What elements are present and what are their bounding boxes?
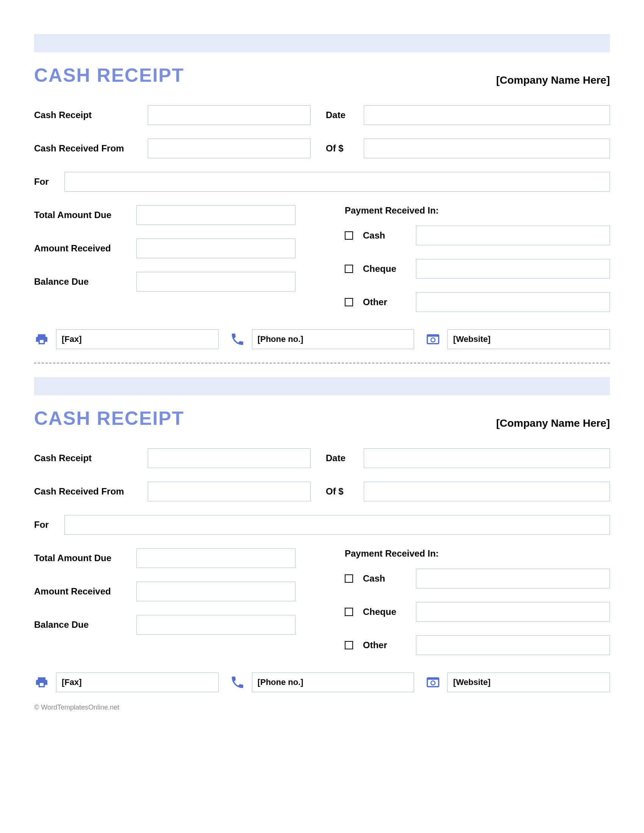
receipt-divider (34, 363, 610, 363)
fax-icon (34, 675, 49, 690)
label-cash-receipt: Cash Receipt (34, 453, 148, 463)
label-date: Date (326, 110, 364, 121)
label-for: For (34, 519, 57, 530)
input-cash[interactable] (416, 569, 610, 589)
header-bar (34, 377, 610, 395)
label-received-from: Cash Received From (34, 143, 148, 154)
checkbox-other[interactable] (345, 298, 353, 306)
input-balance-due[interactable] (136, 615, 295, 635)
company-name: [Company Name Here] (496, 417, 610, 429)
label-cash-receipt: Cash Receipt (34, 110, 148, 121)
website-icon (425, 332, 441, 347)
label-other: Other (363, 297, 416, 307)
label-date: Date (326, 453, 364, 463)
receipt-title: CASH RECEIPT (34, 407, 184, 429)
label-of-amount: Of $ (326, 486, 364, 497)
input-cash[interactable] (416, 226, 610, 245)
input-cheque[interactable] (416, 602, 610, 622)
input-total-due[interactable] (136, 205, 295, 225)
input-amount-received[interactable] (136, 238, 295, 258)
checkbox-cash[interactable] (345, 574, 353, 583)
input-of-amount[interactable] (364, 482, 610, 501)
input-other[interactable] (416, 635, 610, 655)
checkbox-cheque[interactable] (345, 608, 353, 616)
fax-icon (34, 332, 49, 347)
checkbox-cash[interactable] (345, 232, 353, 240)
label-of-amount: Of $ (326, 143, 364, 154)
label-cash: Cash (363, 230, 416, 241)
footer-credit: © WordTemplatesOnline.net (34, 703, 610, 711)
label-amount-received: Amount Received (34, 243, 136, 254)
checkbox-other[interactable] (345, 641, 353, 650)
phone-icon (230, 675, 245, 690)
label-other: Other (363, 640, 416, 651)
input-received-from[interactable] (148, 138, 311, 158)
input-for[interactable] (64, 515, 610, 535)
input-amount-received[interactable] (136, 582, 295, 601)
input-phone[interactable]: [Phone no.] (252, 330, 414, 349)
label-total-due: Total Amount Due (34, 553, 136, 563)
phone-icon (230, 332, 245, 347)
input-website[interactable]: [Website] (448, 672, 610, 692)
input-balance-due[interactable] (136, 272, 295, 291)
input-website[interactable]: [Website] (448, 330, 610, 349)
input-received-from[interactable] (148, 482, 311, 501)
input-cash-receipt[interactable] (148, 105, 311, 125)
label-cheque: Cheque (363, 264, 416, 274)
label-payment-received-in: Payment Received In: (345, 205, 610, 216)
label-total-due: Total Amount Due (34, 210, 136, 220)
input-total-due[interactable] (136, 548, 295, 568)
label-balance-due: Balance Due (34, 619, 136, 630)
input-fax[interactable]: [Fax] (56, 672, 219, 692)
label-balance-due: Balance Due (34, 277, 136, 287)
input-for[interactable] (64, 172, 610, 191)
label-for: For (34, 177, 57, 187)
input-cash-receipt[interactable] (148, 448, 311, 468)
label-cheque: Cheque (363, 606, 416, 617)
input-date[interactable] (364, 448, 610, 468)
input-cheque[interactable] (416, 259, 610, 279)
checkbox-cheque[interactable] (345, 265, 353, 273)
label-cash: Cash (363, 573, 416, 584)
label-payment-received-in: Payment Received In: (345, 548, 610, 559)
label-amount-received: Amount Received (34, 586, 136, 597)
input-fax[interactable]: [Fax] (56, 330, 219, 349)
header-bar (34, 34, 610, 52)
website-icon (425, 675, 441, 690)
input-date[interactable] (364, 105, 610, 125)
company-name: [Company Name Here] (496, 74, 610, 86)
receipt-title: CASH RECEIPT (34, 64, 184, 86)
input-other[interactable] (416, 292, 610, 312)
label-received-from: Cash Received From (34, 486, 148, 497)
input-phone[interactable]: [Phone no.] (252, 672, 414, 692)
input-of-amount[interactable] (364, 138, 610, 158)
